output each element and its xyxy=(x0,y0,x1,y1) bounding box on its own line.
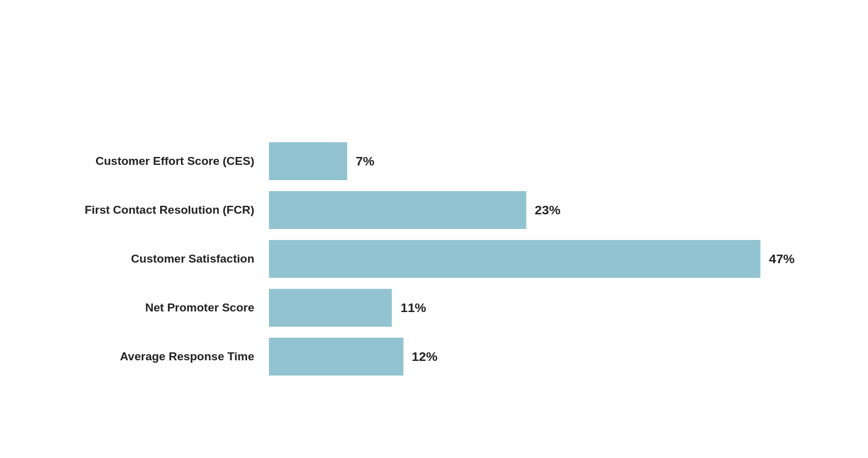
bar-fill xyxy=(269,289,392,327)
bar-percentage: 7% xyxy=(356,154,374,169)
bar-percentage: 12% xyxy=(412,349,438,364)
bar-fill xyxy=(269,240,760,278)
bar-row: Customer Satisfaction47% xyxy=(73,240,795,278)
bar-label: Net Promoter Score xyxy=(73,300,269,316)
bar-row: Net Promoter Score11% xyxy=(73,289,795,327)
bar-track: 23% xyxy=(269,191,795,229)
bar-track: 7% xyxy=(269,142,795,180)
bar-row: Average Response Time12% xyxy=(73,338,795,376)
bar-percentage: 23% xyxy=(535,203,561,217)
bar-track: 11% xyxy=(269,289,795,327)
chart-title xyxy=(73,82,795,112)
bar-track: 47% xyxy=(269,240,795,278)
chart-container: Customer Effort Score (CES)7%First Conta… xyxy=(37,58,831,400)
bar-label: Customer Satisfaction xyxy=(73,252,269,267)
bar-fill xyxy=(269,142,347,180)
bar-row: Customer Effort Score (CES)7% xyxy=(73,142,795,180)
bar-row: First Contact Resolution (FCR)23% xyxy=(73,191,795,229)
bar-fill xyxy=(269,338,403,376)
bar-percentage: 11% xyxy=(400,300,426,315)
bar-fill xyxy=(269,191,526,229)
bars-section: Customer Effort Score (CES)7%First Conta… xyxy=(73,142,795,376)
bar-percentage: 47% xyxy=(769,252,795,266)
bar-label: Average Response Time xyxy=(73,349,269,365)
bar-track: 12% xyxy=(269,338,795,376)
bar-label: Customer Effort Score (CES) xyxy=(73,154,269,169)
bar-label: First Contact Resolution (FCR) xyxy=(73,203,269,218)
